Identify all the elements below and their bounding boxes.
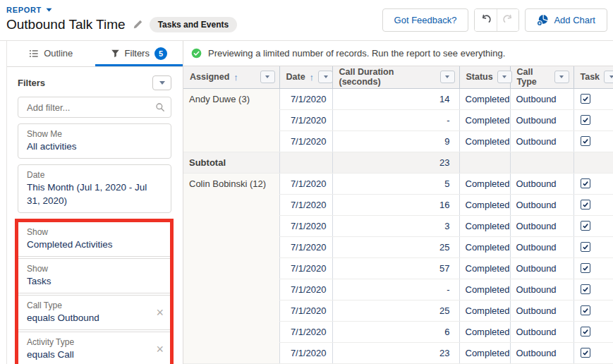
task-checkbox[interactable] bbox=[581, 221, 590, 231]
call-type-cell[interactable]: Outbound bbox=[510, 194, 573, 215]
filter-card[interactable]: ShowCompleted Activities bbox=[18, 222, 170, 257]
column-menu-button[interactable] bbox=[554, 71, 569, 83]
status-cell[interactable]: Completed bbox=[459, 342, 510, 363]
task-checkbox[interactable] bbox=[581, 305, 590, 315]
column-menu-button[interactable] bbox=[440, 71, 455, 83]
filter-card[interactable]: Show MeAll activities bbox=[18, 123, 171, 159]
col-header-status[interactable]: Status bbox=[459, 66, 510, 88]
column-menu-button[interactable] bbox=[497, 71, 512, 83]
col-header-assigned[interactable]: Assigned ↑ bbox=[183, 66, 279, 88]
call-type-cell[interactable]: Outbound bbox=[510, 215, 573, 236]
status-cell[interactable]: Completed bbox=[459, 236, 510, 257]
duration-cell[interactable]: 25 bbox=[332, 300, 459, 321]
duration-cell[interactable]: - bbox=[332, 109, 459, 131]
remove-filter-icon[interactable]: × bbox=[156, 306, 164, 319]
got-feedback-button[interactable]: Got Feedback? bbox=[382, 8, 469, 32]
breadcrumb-caret-icon[interactable] bbox=[46, 8, 52, 12]
col-header-date[interactable]: Date ↑ bbox=[279, 66, 332, 88]
task-checkbox[interactable] bbox=[581, 263, 590, 273]
group-header-cell[interactable]: Colin Bobinski (12) bbox=[183, 173, 279, 363]
breadcrumb[interactable]: REPORT bbox=[6, 6, 42, 14]
filter-card[interactable]: Call Typeequals Outbound× bbox=[18, 295, 170, 330]
edit-title-icon[interactable] bbox=[133, 20, 142, 30]
date-cell[interactable]: 7/1/2020 bbox=[279, 257, 332, 279]
duration-cell[interactable]: 23 bbox=[332, 342, 459, 363]
duration-cell[interactable]: 6 bbox=[332, 321, 459, 342]
date-cell[interactable]: 7/1/2020 bbox=[279, 173, 332, 194]
task-checkbox[interactable] bbox=[581, 115, 590, 125]
status-cell[interactable]: Completed bbox=[459, 257, 510, 279]
success-check-icon bbox=[191, 48, 202, 59]
call-type-cell[interactable]: Outbound bbox=[510, 109, 573, 131]
report-type-badge: Tasks and Events bbox=[150, 17, 238, 32]
date-cell[interactable]: 7/1/2020 bbox=[279, 342, 332, 363]
call-type-cell[interactable]: Outbound bbox=[510, 300, 573, 321]
duration-cell[interactable]: 3 bbox=[332, 215, 459, 236]
task-checkbox[interactable] bbox=[581, 284, 590, 294]
status-cell[interactable]: Completed bbox=[459, 194, 510, 215]
filter-card[interactable]: ShowTasks bbox=[18, 258, 170, 293]
date-cell[interactable]: 7/1/2020 bbox=[279, 236, 332, 257]
call-type-cell[interactable]: Outbound bbox=[510, 131, 573, 152]
add-chart-button[interactable]: Add Chart bbox=[525, 8, 607, 32]
redo-button[interactable] bbox=[497, 9, 518, 31]
group-header-cell[interactable]: Andy Duwe (3) bbox=[183, 88, 279, 152]
report-builder: REPORT Outbound Talk Time Tasks and Even… bbox=[0, 0, 613, 364]
table-header: Assigned ↑ Date ↑ Call Duration (seconds… bbox=[183, 66, 613, 88]
undo-button[interactable] bbox=[475, 9, 497, 31]
status-cell[interactable]: Completed bbox=[459, 131, 510, 152]
filters-menu-button[interactable] bbox=[152, 75, 171, 90]
status-cell[interactable]: Completed bbox=[459, 215, 510, 236]
tab-outline[interactable]: Outline bbox=[7, 41, 95, 66]
call-type-cell[interactable]: Outbound bbox=[510, 88, 573, 109]
col-header-call-duration[interactable]: Call Duration (seconds) bbox=[332, 66, 459, 88]
date-cell[interactable]: 7/1/2020 bbox=[279, 215, 332, 236]
date-cell[interactable]: 7/1/2020 bbox=[279, 279, 332, 300]
duration-cell[interactable]: - bbox=[332, 279, 459, 300]
task-checkbox[interactable] bbox=[581, 327, 590, 336]
report-preview: Previewing a limited number of records. … bbox=[183, 41, 613, 364]
column-menu-button[interactable] bbox=[604, 71, 613, 83]
tab-filters[interactable]: Filters 5 bbox=[95, 41, 183, 66]
status-cell[interactable]: Completed bbox=[459, 88, 510, 109]
column-menu-button[interactable] bbox=[260, 71, 275, 83]
status-cell[interactable]: Completed bbox=[459, 300, 510, 321]
call-type-cell[interactable]: Outbound bbox=[510, 173, 573, 194]
remove-filter-icon[interactable]: × bbox=[156, 343, 164, 356]
status-cell[interactable]: Completed bbox=[459, 321, 510, 342]
task-checkbox[interactable] bbox=[581, 242, 590, 252]
duration-cell[interactable]: 14 bbox=[332, 88, 459, 109]
date-cell[interactable]: 7/1/2020 bbox=[279, 88, 332, 109]
task-checkbox[interactable] bbox=[581, 94, 590, 104]
add-filter-input[interactable] bbox=[18, 97, 171, 118]
task-checkbox[interactable] bbox=[581, 348, 590, 358]
call-type-cell[interactable]: Outbound bbox=[510, 279, 573, 300]
task-checkbox[interactable] bbox=[581, 200, 590, 210]
duration-cell[interactable]: 5 bbox=[332, 173, 459, 194]
date-cell[interactable]: 7/1/2020 bbox=[279, 109, 332, 131]
status-cell[interactable]: Completed bbox=[459, 279, 510, 300]
col-header-call-type[interactable]: Call Type bbox=[510, 66, 573, 88]
call-type-cell[interactable]: Outbound bbox=[510, 236, 573, 257]
column-menu-button[interactable] bbox=[318, 71, 333, 83]
task-checkbox[interactable] bbox=[581, 178, 590, 188]
call-type-cell[interactable]: Outbound bbox=[510, 342, 573, 363]
date-cell[interactable]: 7/1/2020 bbox=[279, 321, 332, 342]
date-cell[interactable]: 7/1/2020 bbox=[279, 194, 332, 215]
task-cell bbox=[573, 131, 613, 152]
filter-card[interactable]: Activity Typeequals Call× bbox=[18, 332, 170, 364]
col-header-task[interactable]: Task bbox=[573, 66, 613, 88]
status-cell[interactable]: Completed bbox=[459, 109, 510, 131]
status-cell[interactable]: Completed bbox=[459, 173, 510, 194]
duration-cell[interactable]: 57 bbox=[332, 257, 459, 279]
task-checkbox[interactable] bbox=[581, 136, 590, 146]
date-cell[interactable]: 7/1/2020 bbox=[279, 131, 332, 152]
filter-card[interactable]: DateThis Month (Jul 1, 2020 - Jul 31, 20… bbox=[18, 164, 171, 213]
duration-cell[interactable]: 9 bbox=[332, 131, 459, 152]
duration-cell[interactable]: 16 bbox=[332, 194, 459, 215]
duration-cell[interactable]: 25 bbox=[332, 236, 459, 257]
chevron-down-icon bbox=[324, 75, 328, 78]
call-type-cell[interactable]: Outbound bbox=[510, 321, 573, 342]
date-cell[interactable]: 7/1/2020 bbox=[279, 300, 332, 321]
call-type-cell[interactable]: Outbound bbox=[510, 257, 573, 279]
